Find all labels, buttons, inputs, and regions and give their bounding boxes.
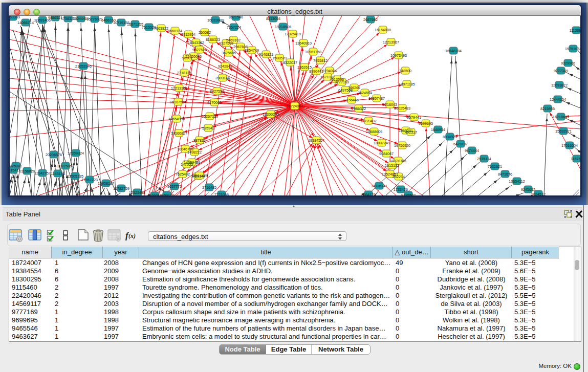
svg-text:9242848: 9242848	[218, 64, 232, 69]
svg-text:116753: 116753	[571, 157, 580, 161]
svg-text:3624554: 3624554	[358, 91, 372, 95]
svg-text:16671355: 16671355	[127, 22, 143, 27]
svg-text:9777169: 9777169	[335, 80, 349, 84]
svg-text:9245652: 9245652	[521, 187, 535, 192]
svg-text:10654112: 10654112	[509, 179, 525, 184]
svg-text:12444154: 12444154	[550, 97, 566, 102]
svg-text:7721056: 7721056	[214, 192, 229, 196]
svg-text:6479197: 6479197	[453, 142, 468, 146]
svg-text:15720407: 15720407	[360, 119, 377, 123]
svg-text:98901: 98901	[182, 56, 192, 60]
svg-text:16914429: 16914429	[191, 173, 208, 178]
svg-text:9794024: 9794024	[322, 69, 337, 73]
svg-text:12213967: 12213967	[383, 40, 399, 45]
svg-text:17359924: 17359924	[68, 151, 84, 156]
svg-text:18724007: 18724007	[287, 104, 303, 108]
svg-text:8912954: 8912954	[181, 32, 195, 37]
svg-text:9084067: 9084067	[379, 151, 394, 156]
svg-text:9474444: 9474444	[465, 148, 479, 153]
svg-text:14136141: 14136141	[371, 184, 387, 188]
svg-text:10807487: 10807487	[368, 96, 385, 101]
svg-text:8186323: 8186323	[206, 37, 220, 42]
svg-text:3716485: 3716485	[202, 185, 216, 190]
svg-text:9135502: 9135502	[401, 193, 416, 196]
svg-text:9657771: 9657771	[167, 184, 182, 189]
svg-text:12971185: 12971185	[399, 82, 415, 86]
svg-text:10961758: 10961758	[305, 50, 321, 54]
svg-text:252214: 252214	[393, 174, 405, 179]
svg-text:8938923: 8938923	[443, 135, 457, 139]
svg-text:19166827: 19166827	[171, 131, 187, 136]
svg-text:4170061: 4170061	[207, 100, 222, 105]
svg-text:15276021: 15276021	[86, 17, 103, 21]
svg-text:10958187: 10958187	[98, 181, 114, 186]
svg-text:9827514: 9827514	[192, 48, 207, 52]
svg-text:9579441: 9579441	[407, 115, 421, 120]
svg-text:12342757: 12342757	[34, 171, 51, 176]
svg-text:2687682: 2687682	[363, 17, 378, 22]
svg-text:20206576: 20206576	[46, 152, 62, 157]
svg-text:19756920: 19756920	[394, 143, 410, 148]
svg-text:8427552: 8427552	[210, 89, 224, 94]
svg-text:8854749: 8854749	[245, 48, 259, 53]
svg-text:14055714: 14055714	[17, 20, 34, 25]
svg-text:5469102: 5469102	[226, 38, 241, 42]
svg-text:(x): (x)	[128, 232, 136, 239]
svg-text:1112094: 1112094	[569, 28, 580, 33]
svg-text:16033809: 16033809	[207, 18, 224, 23]
svg-text:7955812: 7955812	[313, 58, 328, 63]
svg-text:16210643: 16210643	[553, 115, 569, 119]
svg-text:12093872: 12093872	[551, 83, 568, 87]
svg-text:7986322: 7986322	[352, 106, 366, 111]
svg-text:19654933: 19654933	[168, 117, 185, 121]
svg-text:19218506: 19218506	[275, 25, 291, 29]
svg-text:10688609: 10688609	[366, 129, 382, 134]
svg-text:15751074: 15751074	[565, 47, 580, 51]
svg-text:10120746: 10120746	[390, 159, 406, 163]
svg-text:2935114: 2935114	[477, 157, 491, 161]
svg-text:16648784: 16648784	[445, 49, 462, 53]
svg-text:492317: 492317	[405, 130, 417, 135]
svg-text:17016504: 17016504	[561, 143, 578, 148]
svg-text:35267130: 35267130	[202, 114, 218, 119]
svg-text:8921540: 8921540	[229, 16, 243, 19]
svg-text:8471676: 8471676	[498, 172, 512, 177]
svg-text:13640910: 13640910	[295, 41, 312, 46]
svg-text:8813054: 8813054	[266, 16, 280, 21]
svg-text:260582: 260582	[199, 30, 211, 35]
svg-text:10973493: 10973493	[390, 53, 407, 58]
svg-text:535941: 535941	[202, 126, 214, 130]
svg-text:9146821: 9146821	[259, 52, 273, 57]
svg-text:1588520: 1588520	[272, 56, 287, 60]
svg-text:18300295: 18300295	[263, 112, 279, 117]
svg-text:7663822: 7663822	[154, 26, 168, 31]
svg-text:1640954: 1640954	[431, 127, 445, 132]
svg-text:9886521: 9886521	[48, 16, 62, 20]
svg-text:8990443: 8990443	[309, 69, 323, 74]
svg-text:7632621: 7632621	[488, 164, 502, 169]
svg-text:8064125: 8064125	[361, 192, 376, 196]
svg-text:12325419: 12325419	[285, 32, 301, 36]
svg-text:1733426: 1733426	[394, 187, 408, 192]
svg-text:15692971: 15692971	[555, 129, 572, 134]
svg-text:16107554: 16107554	[170, 100, 186, 104]
svg-text:19384554: 19384554	[308, 138, 324, 143]
svg-text:1615132: 1615132	[385, 163, 399, 168]
svg-text:9699695: 9699695	[419, 121, 433, 126]
svg-text:18807249: 18807249	[374, 141, 390, 145]
svg-text:30975867: 30975867	[57, 164, 74, 168]
svg-text:12213369: 12213369	[171, 86, 187, 91]
svg-text:16543362: 16543362	[188, 40, 204, 45]
svg-text:2156446: 2156446	[344, 98, 359, 102]
svg-text:6497568: 6497568	[338, 88, 353, 93]
svg-text:2803144: 2803144	[215, 76, 230, 80]
svg-text:1063309: 1063309	[10, 16, 20, 19]
svg-text:7357224: 7357224	[227, 25, 241, 30]
svg-text:1498222: 1498222	[187, 150, 202, 155]
svg-text:147025: 147025	[181, 162, 193, 167]
svg-text:11156829: 11156829	[19, 169, 35, 173]
svg-text:887833: 887833	[193, 138, 206, 143]
svg-text:10025483: 10025483	[394, 106, 410, 111]
svg-text:17957223: 17957223	[81, 178, 98, 182]
svg-text:3675685: 3675685	[222, 51, 236, 55]
